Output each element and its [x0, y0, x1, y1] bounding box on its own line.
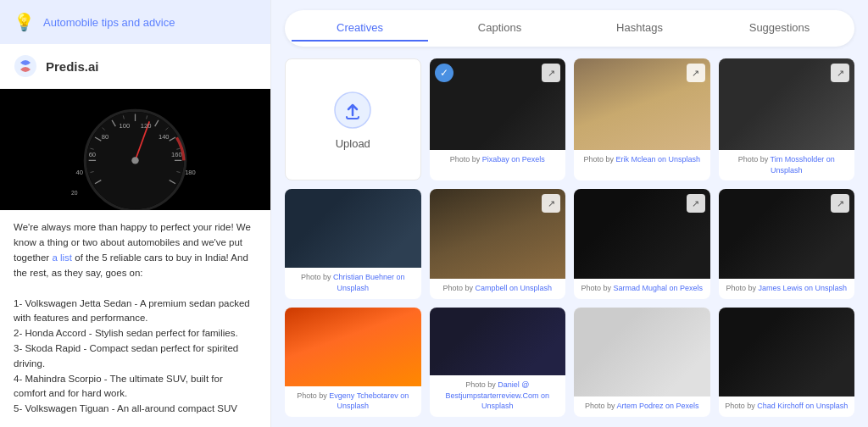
ext-link-badge[interactable]: ↗ [542, 194, 560, 213]
grid-item[interactable]: ✓↗Photo by Pixabay on Pexels [430, 58, 566, 180]
caption-link[interactable]: Evgeny Tchebotarev on Unsplash [329, 391, 409, 411]
svg-text:40: 40 [75, 169, 82, 176]
grid-caption: Photo by Erik Mclean on Unsplash [574, 150, 710, 170]
upload-tile[interactable]: Upload [285, 58, 421, 180]
caption-link[interactable]: Daniel @ Bestjumpstarterreview.Com on Un… [445, 380, 549, 410]
ext-link-badge[interactable]: ↗ [687, 194, 705, 213]
caption-link[interactable]: James Lewis on Unsplash [758, 284, 847, 292]
grid-caption: Photo by Chad Kirchoff on Unsplash [719, 396, 855, 417]
svg-point-22 [131, 157, 138, 164]
grid-item[interactable]: Photo by Artem Podrez on Pexels [574, 308, 710, 417]
grid-caption: Photo by Tim Mossholder on Unsplash [719, 150, 855, 180]
grid-item[interactable]: ↗Photo by Campbell on Unsplash [430, 189, 566, 298]
grid-caption: Photo by Christian Buehner on Unsplash [285, 268, 421, 298]
grid-item[interactable]: ↗Photo by James Lewis on Unsplash [719, 189, 855, 298]
svg-text:140: 140 [159, 133, 170, 141]
post-link[interactable]: a list [52, 252, 72, 263]
grid-caption: Photo by Artem Podrez on Pexels [574, 396, 710, 417]
tabs-bar: Creatives Captions Hashtags Suggestions [285, 10, 854, 47]
bulb-icon: 💡 [14, 12, 35, 32]
grid-item[interactable]: Photo by Daniel @ Bestjumpstarterreview.… [430, 308, 566, 417]
tab-creatives[interactable]: Creatives [292, 15, 428, 42]
right-panel: Creatives Captions Hashtags Suggestions … [271, 0, 868, 427]
preview-image: 60 80 100 120 140 160 40 180 20 [0, 89, 270, 210]
predis-name: Predis.ai [46, 59, 99, 74]
grid-image-wrap: ↗ [430, 189, 566, 279]
grid-item[interactable]: Photo by Evgeny Tchebotarev on Unsplash [285, 308, 421, 417]
grid-caption: Photo by Sarmad Mughal on Pexels [574, 279, 710, 299]
caption-link[interactable]: Christian Buehner on Unsplash [333, 273, 405, 292]
grid-image-wrap: ↗ [719, 58, 855, 150]
ext-link-badge[interactable]: ↗ [687, 64, 705, 82]
grid-caption: Photo by James Lewis on Unsplash [719, 279, 855, 299]
ext-link-badge[interactable]: ↗ [831, 194, 849, 213]
svg-text:180: 180 [185, 169, 196, 176]
grid-item[interactable]: ↗Photo by Erik Mclean on Unsplash [574, 58, 710, 180]
post-text: We're always more than happy to perfect … [0, 210, 270, 427]
tab-hashtags[interactable]: Hashtags [571, 15, 708, 42]
svg-text:20: 20 [71, 190, 78, 196]
caption-link[interactable]: Erik Mclean on Unsplash [615, 155, 700, 164]
left-panel: 💡 Automobile tips and advice Predis.ai [0, 0, 271, 427]
grid-image-wrap: ↗ [574, 189, 710, 279]
grid-image-wrap [285, 189, 421, 268]
upload-icon [332, 90, 373, 130]
caption-link[interactable]: Chad Kirchoff on Unsplash [757, 402, 848, 410]
grid-caption: Photo by Campbell on Unsplash [430, 279, 566, 299]
grid-image-wrap [574, 308, 710, 397]
brand-header[interactable]: 💡 Automobile tips and advice [0, 0, 270, 44]
brand-header-text: Automobile tips and advice [43, 16, 175, 29]
svg-point-0 [14, 55, 36, 77]
caption-link[interactable]: Pixabay on Pexels [482, 155, 545, 164]
grid-image-wrap: ↗ [574, 58, 710, 150]
svg-text:60: 60 [89, 151, 96, 158]
grid-image-wrap: ↗ [719, 189, 855, 279]
grid-caption: Photo by Daniel @ Bestjumpstarterreview.… [430, 375, 566, 417]
grid-image-wrap: ✓↗ [430, 58, 566, 150]
upload-label: Upload [336, 137, 370, 150]
grid-item[interactable]: Photo by Chad Kirchoff on Unsplash [719, 308, 855, 417]
ext-link-badge[interactable]: ↗ [542, 64, 560, 82]
svg-text:100: 100 [120, 122, 131, 130]
grid-image-wrap [430, 308, 566, 376]
tab-suggestions[interactable]: Suggestions [711, 15, 848, 42]
grid-item[interactable]: Photo by Christian Buehner on Unsplash [285, 189, 421, 298]
ext-link-badge[interactable]: ↗ [831, 64, 849, 82]
caption-link[interactable]: Artem Podrez on Pexels [616, 402, 698, 410]
svg-text:120: 120 [141, 122, 152, 130]
caption-link[interactable]: Campbell on Unsplash [475, 284, 552, 292]
grid-caption: Photo by Pixabay on Pexels [430, 150, 566, 170]
caption-link[interactable]: Tim Mossholder on Unsplash [771, 155, 835, 175]
grid-item[interactable]: ↗Photo by Tim Mossholder on Unsplash [719, 58, 855, 180]
svg-text:160: 160 [171, 151, 182, 158]
predis-logo-icon [14, 54, 37, 78]
caption-link[interactable]: Sarmad Mughal on Pexels [613, 284, 703, 292]
grid-caption: Photo by Evgeny Tchebotarev on Unsplash [285, 386, 421, 417]
grid-image-wrap [285, 308, 421, 386]
grid-image-wrap [719, 308, 855, 397]
grid-item[interactable]: ↗Photo by Sarmad Mughal on Pexels [574, 189, 710, 298]
check-badge: ✓ [435, 64, 453, 82]
creatives-grid: Upload ✓↗Photo by Pixabay on Pexels↗Phot… [285, 58, 854, 417]
svg-text:80: 80 [102, 133, 108, 141]
tab-captions[interactable]: Captions [431, 15, 568, 42]
predis-logo-row: Predis.ai [0, 44, 270, 89]
